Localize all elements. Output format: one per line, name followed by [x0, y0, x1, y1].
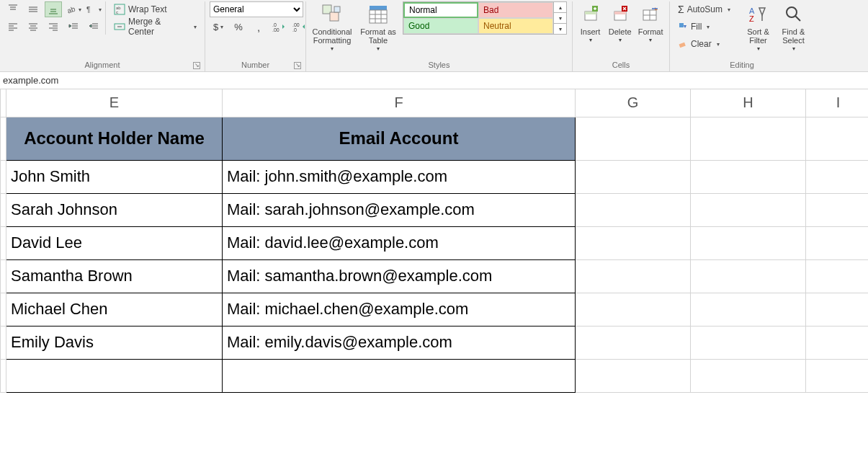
cell[interactable] [576, 359, 691, 392]
col-header-f[interactable]: F [223, 89, 576, 117]
number-launcher-icon[interactable]: ↘ [294, 62, 301, 69]
align-middle-button[interactable] [24, 1, 42, 17]
col-header-g[interactable]: G [576, 89, 691, 117]
cell[interactable] [576, 293, 691, 326]
cell[interactable] [806, 226, 869, 259]
style-bad[interactable]: Bad [478, 2, 553, 18]
cell[interactable] [1, 193, 6, 226]
cell[interactable] [1, 117, 6, 160]
clear-button[interactable]: Clear [674, 36, 739, 52]
cell[interactable] [806, 193, 869, 226]
cell-name[interactable]: John Smith [6, 160, 223, 193]
align-left-button[interactable] [4, 19, 22, 35]
orientation-button[interactable]: ab [65, 1, 82, 17]
number-format-select[interactable]: General [210, 1, 303, 17]
col-header-h[interactable]: H [691, 89, 806, 117]
align-right-button[interactable] [45, 19, 62, 35]
cell[interactable] [806, 259, 869, 293]
cell-name[interactable]: Emily Davis [6, 326, 223, 359]
cell-styles-gallery[interactable]: Normal Bad ▴ ▾ ▾ Good Neutral [403, 1, 567, 35]
decrease-indent-button[interactable] [65, 19, 82, 35]
cell[interactable] [1, 259, 6, 293]
wrap-text-button[interactable]: abc Wrap Text [110, 1, 200, 17]
cell-email[interactable]: Mail: david.lee@example.com [223, 226, 576, 259]
percent-format-button[interactable]: % [230, 19, 247, 35]
svg-text:.00: .00 [292, 22, 300, 27]
sort-filter-button[interactable]: AZ Sort & Filter▾ [742, 1, 774, 53]
align-bottom-button[interactable] [45, 1, 62, 17]
accounting-format-button[interactable]: $ [210, 19, 227, 35]
merge-center-button[interactable]: Merge & Center [110, 19, 200, 35]
conditional-formatting-button[interactable]: Conditional Formatting ▾ [310, 1, 354, 53]
col-header-e[interactable]: E [6, 89, 223, 117]
cell[interactable] [806, 359, 869, 392]
increase-indent-button[interactable] [85, 19, 102, 35]
cell[interactable] [691, 117, 806, 160]
cell[interactable] [223, 359, 576, 392]
cell-email[interactable]: Mail: john.smith@example.com [223, 160, 576, 193]
worksheet-grid[interactable]: E F G H I Account Holder Name Email Acco… [0, 89, 868, 393]
find-select-button[interactable]: Find & Select▾ [777, 1, 810, 53]
increase-decimal-button[interactable]: .0.00 [270, 19, 287, 35]
header-account-name[interactable]: Account Holder Name [6, 117, 223, 160]
cell[interactable] [691, 259, 806, 293]
col-header-i[interactable]: I [806, 89, 869, 117]
alignment-launcher-icon[interactable]: ↘ [193, 62, 200, 69]
cell[interactable] [1, 326, 6, 359]
cell[interactable] [1, 160, 6, 193]
conditional-formatting-icon [321, 3, 344, 26]
align-top-button[interactable] [4, 1, 22, 17]
header-email-account[interactable]: Email Account [223, 117, 576, 160]
cell[interactable] [576, 226, 691, 259]
fill-button[interactable]: Fill [674, 19, 739, 35]
cell-email[interactable]: Mail: sarah.johnson@example.com [223, 193, 576, 226]
insert-cells-button[interactable]: Insert▾ [577, 1, 604, 44]
cell[interactable] [691, 193, 806, 226]
svg-rect-68 [679, 43, 686, 48]
delete-cells-button[interactable]: Delete▾ [607, 1, 633, 44]
styles-up-icon[interactable]: ▴ [554, 2, 566, 13]
cell[interactable] [1, 226, 6, 259]
cell-email[interactable]: Mail: emily.davis@example.com [223, 326, 576, 359]
cell[interactable] [806, 117, 869, 160]
cell-name[interactable]: Samantha Brown [6, 259, 223, 293]
style-good[interactable]: Good [403, 18, 478, 34]
cell[interactable] [6, 359, 223, 392]
svg-marker-41 [303, 25, 305, 29]
cell[interactable] [576, 160, 691, 193]
cell-email[interactable]: Mail: michael.chen@example.com [223, 293, 576, 326]
cell[interactable] [1, 359, 6, 392]
cell-email[interactable]: Mail: samantha.brown@example.com [223, 259, 576, 293]
svg-rect-57 [614, 12, 626, 14]
format-cells-button[interactable]: Format▾ [636, 1, 665, 44]
style-normal[interactable]: Normal [403, 2, 478, 18]
cell-name[interactable]: Sarah Johnson [6, 193, 223, 226]
style-neutral[interactable]: Neutral [478, 18, 553, 34]
cell[interactable] [691, 160, 806, 193]
styles-more-icon[interactable]: ▾ [554, 24, 566, 34]
corner-header[interactable] [1, 89, 6, 117]
formula-bar[interactable]: example.com [0, 72, 868, 89]
comma-format-button[interactable]: , [250, 19, 267, 35]
format-as-table-button[interactable]: Format as Table ▾ [357, 1, 400, 53]
styles-gallery-scroll[interactable]: ▴ ▾ ▾ [553, 2, 566, 34]
cell[interactable] [576, 259, 691, 293]
cell[interactable] [1, 293, 6, 326]
cell-name[interactable]: Michael Chen [6, 293, 223, 326]
cell[interactable] [691, 326, 806, 359]
cell[interactable] [806, 326, 869, 359]
decrease-decimal-button[interactable]: .00.0 [290, 19, 308, 35]
cell-name[interactable]: David Lee [6, 226, 223, 259]
cell[interactable] [691, 293, 806, 326]
cell[interactable] [691, 359, 806, 392]
cell[interactable] [576, 193, 691, 226]
text-direction-button[interactable]: ¶ [85, 1, 102, 17]
cell[interactable] [576, 326, 691, 359]
cell[interactable] [806, 293, 869, 326]
autosum-button[interactable]: Σ AutoSum [674, 1, 739, 17]
align-center-button[interactable] [24, 19, 42, 35]
cell[interactable] [691, 226, 806, 259]
cell[interactable] [806, 160, 869, 193]
styles-down-icon[interactable]: ▾ [554, 13, 566, 24]
cell[interactable] [576, 117, 691, 160]
